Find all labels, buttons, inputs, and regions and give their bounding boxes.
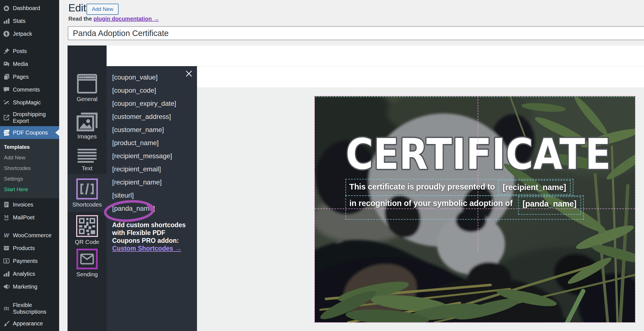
shortcode-label: [panda_name] [112,205,155,212]
shortcode-item-panda-name[interactable]: [panda_name] [112,202,197,215]
sidebar-item-label: Stats [13,18,26,24]
sidebar-item-dropshipping-export[interactable]: Dropshipping Export [0,109,59,126]
sidebar-item-pdf-coupons[interactable]: PDF Coupons [0,126,59,139]
pro-addon-note: Add custom shortcodes with Flexible PDF … [112,221,195,252]
shortcode-item[interactable]: [product_name] [112,136,197,149]
page-title: Edit [68,2,86,14]
shortcode-item[interactable]: [recipient_email] [112,162,197,176]
tab-shortcodes[interactable]: Shortcodes [68,174,107,212]
shortcode-item[interactable]: [siteurl] [112,189,197,202]
submenu-item-start-here[interactable]: Start Here [0,184,59,195]
shortcode-item[interactable]: [customer_address] [112,110,197,123]
admin-sidebar: Dashboard Stats Jetpack Posts Media Page… [0,0,59,331]
shortcode-brackets-icon [76,178,98,200]
sidebar-item-label: Dropshipping Export [13,111,59,124]
sidebar-item-flexible-subscriptions[interactable]: ($) Flexible Subscriptions [0,300,59,317]
shortcode-item[interactable]: [coupon_value] [112,71,197,84]
sidebar-item-posts[interactable]: Posts [0,45,59,57]
sidebar-item-mailpoet[interactable]: M MailPoet [0,211,59,224]
sidebar-item-label: Marketing [13,284,37,290]
shortcode-label: [recipient_email] [112,165,161,173]
shortcode-label: [recipient_name] [112,178,162,186]
comment-bubble-icon [0,86,13,93]
shortcode-label: [coupon_code] [112,87,156,94]
sidebar-item-invoices[interactable]: Invoices [0,198,59,211]
shortcode-item[interactable]: [coupon_expiry_date] [112,97,197,110]
submenu-item-label: Start Here [4,186,28,193]
custom-shortcodes-link[interactable]: Custom Shortcodes → [112,245,181,252]
recipient-name-shortcode[interactable]: [recipient_name] [498,180,570,195]
shortcode-item[interactable]: [recipient_message] [112,149,197,162]
text-lines-icon [76,148,98,163]
tab-text[interactable]: Text [68,148,107,172]
submenu-item-add-new[interactable]: Add New [0,152,59,163]
sidebar-item-appearance[interactable]: Appearance [0,317,59,330]
sidebar-item-products[interactable]: Products [0,242,59,255]
svg-text:($): ($) [4,306,9,311]
tab-images[interactable]: Images [68,112,107,140]
magic-wand-icon [0,99,13,106]
sidebar-item-analytics[interactable]: Analytics [0,267,59,280]
mailpoet-m-icon: M [0,214,13,221]
pro-note-text: Add custom shortcodes with Flexible PDF … [112,221,186,244]
sidebar-item-shopmagic[interactable]: ShopMagic [0,96,59,109]
certificate-text-block: This certificate is proudly presented to… [345,179,584,220]
certificate-line-1[interactable]: This certificate is proudly presented to… [345,179,573,196]
invoice-icon [0,201,13,208]
selection-border-top [316,97,634,97]
center-guide-vertical [478,96,478,251]
shortcode-item[interactable]: [coupon_code] [112,84,197,97]
shortcode-label: [recipient_message] [112,152,172,160]
sidebar-item-label: WooCommerce [13,232,52,239]
sidebar-item-payments[interactable]: $ Payments [0,255,59,267]
submenu-item-label: Templates [4,144,30,150]
tab-label: General [77,96,98,102]
sidebar-item-media[interactable]: Media [0,57,59,70]
svg-text:$: $ [6,259,8,263]
sidebar-item-label: PDF Coupons [13,129,48,136]
svg-text:M: M [4,214,9,219]
tab-qr-code[interactable]: QR Code [68,215,107,245]
shortcode-item[interactable]: [customer_name] [112,123,197,136]
sidebar-item-marketing[interactable]: Marketing [0,280,59,293]
panda-name-shortcode[interactable]: [panda_name] [518,196,581,215]
window-icon [76,73,98,94]
active-menu-arrow [55,129,59,136]
sidebar-separator [0,40,59,45]
submenu-item-shortcodes[interactable]: Shortcodes [0,163,59,174]
shortcode-item[interactable]: [recipient_name] [112,176,197,189]
tab-label: QR Code [75,239,99,245]
submenu-item-settings[interactable]: Settings [0,174,59,184]
sidebar-item-comments[interactable]: Comments [0,83,59,96]
documentation-note: Read the plugin documentation → [68,16,159,22]
shortcode-label: [siteurl] [112,191,134,199]
pages-icon [0,73,13,80]
close-icon[interactable] [185,70,193,78]
external-link-icon [0,114,13,121]
sidebar-item-stats[interactable]: Stats [0,15,59,27]
sidebar-item-woocommerce[interactable]: W WooCommerce [0,229,59,242]
submenu-item-templates[interactable]: Templates [0,142,59,152]
sidebar-item-label: Analytics [13,271,35,277]
analytics-bars-icon [0,270,13,277]
tab-label: Text [82,165,93,172]
sidebar-item-label: Appearance [13,320,43,327]
shortcodes-panel: [coupon_value] [coupon_code] [coupon_exp… [107,66,197,331]
sidebar-item-label: Invoices [13,202,33,208]
sidebar-item-dashboard[interactable]: Dashboard [0,2,59,15]
editor-tab-column: General Images Text Shortcodes QR Code S… [68,45,107,331]
submenu-item-label: Shortcodes [4,165,31,171]
certificate-template-preview[interactable]: CERTIFICATE This certificate is proudly … [314,96,636,323]
sidebar-item-label: MailPoet [13,214,35,221]
plugin-documentation-link[interactable]: plugin documentation → [93,16,159,22]
qr-code-icon [76,215,98,237]
template-title-input[interactable] [68,26,644,40]
envelope-icon [76,249,98,269]
certificate-line-2[interactable]: in recognition of your symbolic adoption… [345,195,584,220]
sidebar-item-jetpack[interactable]: Jetpack [0,27,59,40]
tab-general[interactable]: General [68,73,107,102]
add-new-button[interactable]: Add New [86,4,119,15]
tab-sending[interactable]: Sending [68,249,107,278]
tab-label: Shortcodes [72,201,102,208]
sidebar-item-pages[interactable]: Pages [0,70,59,83]
